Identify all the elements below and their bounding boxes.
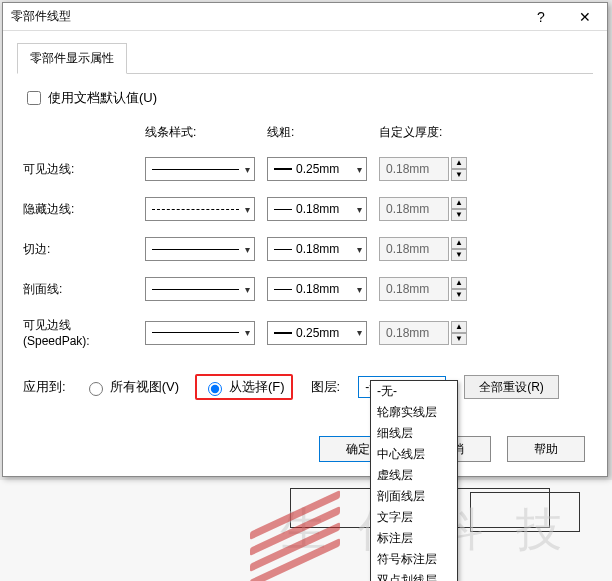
custom-thickness-input[interactable] <box>379 321 449 345</box>
custom-thickness-input[interactable] <box>379 197 449 221</box>
row-label: 隐藏边线: <box>23 201 133 218</box>
line-weight-select[interactable]: 0.18mm▾ <box>267 237 367 261</box>
layer-option[interactable]: 中心线层 <box>371 444 457 465</box>
radio-all-views[interactable]: 所有视图(V) <box>84 378 179 396</box>
custom-thickness-input[interactable] <box>379 237 449 261</box>
row-label: 可见边线 (SpeedPak): <box>23 317 133 348</box>
use-doc-default-checkbox[interactable]: 使用文档默认值(U) <box>23 88 593 108</box>
line-weight-select[interactable]: 0.25mm▾ <box>267 157 367 181</box>
layer-option[interactable]: 文字层 <box>371 507 457 528</box>
spin-up[interactable]: ▲ <box>451 157 467 169</box>
line-style-select[interactable]: ▾ <box>145 321 255 345</box>
line-style-select[interactable]: ▾ <box>145 197 255 221</box>
custom-thickness-input[interactable] <box>379 277 449 301</box>
layer-label: 图层: <box>311 378 341 396</box>
titlebar: 零部件线型 ? ✕ <box>3 3 607 31</box>
spin-down[interactable]: ▼ <box>451 333 467 345</box>
row-label: 切边: <box>23 241 133 258</box>
use-doc-default-label: 使用文档默认值(U) <box>48 89 157 107</box>
radio-from-selection[interactable]: 从选择(F) <box>203 378 285 396</box>
dialog-title: 零部件线型 <box>11 8 71 25</box>
spin-down[interactable]: ▼ <box>451 169 467 181</box>
spin-up[interactable]: ▲ <box>451 237 467 249</box>
apply-to-label: 应用到: <box>23 378 66 396</box>
header-custom: 自定义厚度: <box>379 124 489 141</box>
layer-option[interactable]: 符号标注层 <box>371 549 457 570</box>
spin-down[interactable]: ▼ <box>451 289 467 301</box>
layer-option[interactable]: 双点划线层 <box>371 570 457 581</box>
spin-down[interactable]: ▼ <box>451 249 467 261</box>
header-style: 线条样式: <box>145 124 255 141</box>
line-weight-select[interactable]: 0.18mm▾ <box>267 277 367 301</box>
watermark-logo <box>250 501 340 571</box>
row-label: 剖面线: <box>23 281 133 298</box>
use-doc-default-input[interactable] <box>27 91 41 105</box>
layer-option[interactable]: 细线层 <box>371 423 457 444</box>
spin-up[interactable]: ▲ <box>451 277 467 289</box>
custom-thickness-input[interactable] <box>379 157 449 181</box>
spin-down[interactable]: ▼ <box>451 209 467 221</box>
line-style-select[interactable]: ▾ <box>145 157 255 181</box>
line-weight-select[interactable]: 0.18mm▾ <box>267 197 367 221</box>
line-weight-select[interactable]: 0.25mm▾ <box>267 321 367 345</box>
layer-option[interactable]: 轮廓实线层 <box>371 402 457 423</box>
spin-up[interactable]: ▲ <box>451 197 467 209</box>
header-weight: 线粗: <box>267 124 367 141</box>
close-icon[interactable]: ✕ <box>563 3 607 31</box>
layer-option[interactable]: 虚线层 <box>371 465 457 486</box>
line-style-select[interactable]: ▾ <box>145 277 255 301</box>
layer-option[interactable]: 剖面线层 <box>371 486 457 507</box>
help-button[interactable]: 帮助 <box>507 436 585 462</box>
tab-display-props[interactable]: 零部件显示属性 <box>17 43 127 74</box>
line-style-select[interactable]: ▾ <box>145 237 255 261</box>
row-label: 可见边线: <box>23 161 133 178</box>
help-icon[interactable]: ? <box>519 3 563 31</box>
layer-option[interactable]: -无- <box>371 381 457 402</box>
layer-option[interactable]: 标注层 <box>371 528 457 549</box>
component-linetype-dialog: 零部件线型 ? ✕ 零部件显示属性 使用文档默认值(U) 线条样式: 线粗: 自… <box>2 2 608 477</box>
reset-all-button[interactable]: 全部重设(R) <box>464 375 559 399</box>
spin-up[interactable]: ▲ <box>451 321 467 333</box>
layer-dropdown-list[interactable]: -无-轮廓实线层细线层中心线层虚线层剖面线层文字层标注层符号标注层双点划线层图层… <box>370 380 458 581</box>
